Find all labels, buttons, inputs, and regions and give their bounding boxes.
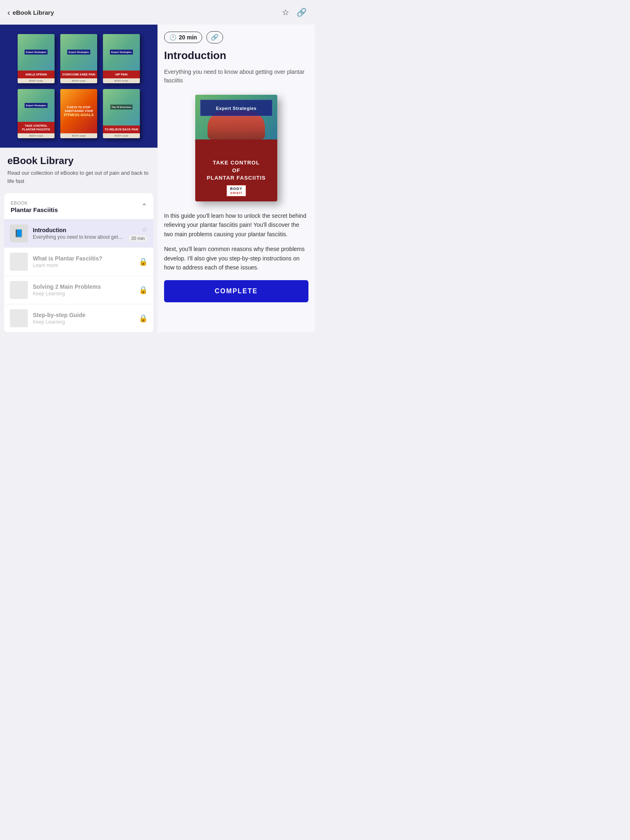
body-text-2: Next, you'll learn common reasons why th… (164, 244, 308, 272)
back-label: eBook Library (13, 9, 54, 16)
chapter-item-step-by-step[interactable]: Step-by-step Guide Keep Learning 🔒 (4, 304, 153, 332)
ebook-title: Plantar Fasciitis (11, 206, 58, 213)
chapter-desc-what-is: Learn more (33, 262, 134, 268)
section-subtitle: Read our collection of eBooks to get out… (7, 169, 150, 185)
book-large-container: Expert Strategies TAKE CONTROLofPLANTAR … (164, 91, 308, 205)
clock-icon: 🕐 (169, 34, 176, 41)
chapter-info-what-is: What is Plantar Fasciitis? Learn more (33, 255, 134, 268)
ebook-header-text: eBook Plantar Fasciitis (11, 199, 58, 213)
ebook-section: eBook Plantar Fasciitis ⌃ 📘 Introduction… (4, 193, 153, 332)
chapter-info-solving: Solving 2 Main Problems Keep Learning (33, 283, 134, 297)
chapter-item-introduction[interactable]: 📘 Introduction Everything you need to kn… (4, 219, 153, 247)
chapter-desc-step-by-step: Keep Learning (33, 319, 134, 325)
book-brand: BODY smart (195, 185, 277, 196)
mini-book-hip-label: HIP PAIN (103, 71, 140, 78)
book-icon: 📘 (14, 229, 23, 238)
lock-icon-what-is: 🔒 (139, 257, 148, 266)
brand-top: BODY (230, 187, 242, 191)
mini-book-knee-footer: BODY smart (60, 78, 97, 83)
chapter-desc-solving: Keep Learning (33, 291, 134, 297)
chapter-meta-solving: 🔒 (139, 285, 148, 294)
back-arrow-icon: ‹ (7, 8, 10, 17)
link-button[interactable]: 🔗 (206, 31, 223, 43)
mini-book-fitness-img: 5 KEYS TO STOP SABOTAGING YOUR FITNESS G… (60, 89, 97, 133)
mini-book-ankle-label: ANKLE SPRAIN (18, 71, 55, 78)
mini-book-knee-label: OVERCOME KNEE PAIN (60, 71, 97, 78)
time-label: 20 min (179, 34, 197, 41)
mini-book-back-img: Top 10 Exercises (103, 89, 140, 126)
mini-book-plantar-img: Expert Strategies (18, 89, 55, 122)
chapter-title-what-is: What is Plantar Fasciitis? (33, 255, 134, 262)
lock-icon-step-by-step: 🔒 (139, 314, 148, 323)
chapter-desc-introduction: Everything you need to know about gettin… (33, 234, 123, 240)
ebook-accordion-header[interactable]: eBook Plantar Fasciitis ⌃ (4, 193, 153, 219)
brand-box: BODY smart (226, 185, 246, 196)
book-cover-top-label: Expert Strategies (216, 106, 257, 111)
chapter-meta-what-is: 🔒 (139, 257, 148, 266)
section-title: eBook Library (7, 155, 150, 167)
content-subtitle: Everything you need to know about gettin… (164, 68, 308, 85)
brand-bottom: smart (230, 191, 242, 195)
mini-book-back-label: TO RELIEVE BACK PAIN (103, 126, 140, 133)
book-cover-top: Expert Strategies (195, 95, 277, 139)
complete-button[interactable]: COMPLETE (164, 280, 308, 302)
time-badge-introduction: 20 min (128, 235, 148, 242)
book-cover-large: Expert Strategies TAKE CONTROLofPLANTAR … (195, 95, 277, 201)
chapter-meta-introduction: ☆ 20 min (128, 226, 148, 242)
mini-book-back-footer: BODY smart (103, 133, 140, 138)
header: ‹ eBook Library ☆ 🔗 (0, 0, 315, 25)
ebook-label: eBook (11, 201, 28, 205)
mini-book-plantar-label: TAKE CONTROL PLANTAR FASCIITIS (18, 122, 55, 133)
mini-book-fitness[interactable]: 5 KEYS TO STOP SABOTAGING YOUR FITNESS G… (60, 89, 97, 138)
back-button[interactable]: ‹ eBook Library (7, 8, 54, 17)
bookmark-icon-introduction[interactable]: ☆ (142, 226, 148, 233)
chapter-title-step-by-step: Step-by-step Guide (33, 312, 134, 318)
link-icon: 🔗 (211, 34, 219, 41)
right-panel: 🕐 20 min 🔗 Introduction Everything you n… (158, 25, 315, 332)
mini-book-hip[interactable]: Expert Strategies HIP PAIN BODY smart (103, 34, 140, 83)
mini-book-fitness-footer: BODY smart (60, 133, 97, 138)
chapter-thumb-introduction: 📘 (10, 224, 28, 242)
left-panel: Expert Strategies ANKLE SPRAIN BODY smar… (0, 25, 158, 332)
time-row: 🕐 20 min 🔗 (164, 31, 308, 43)
book-cover-main-title: TAKE CONTROLofPLANTAR FASCIITIS (207, 159, 266, 182)
chapter-info-step-by-step: Step-by-step Guide Keep Learning (33, 312, 134, 325)
books-grid: Expert Strategies ANKLE SPRAIN BODY smar… (18, 34, 140, 138)
mini-book-back[interactable]: Top 10 Exercises TO RELIEVE BACK PAIN BO… (103, 89, 140, 138)
chapter-thumb-solving (10, 281, 28, 299)
mini-book-ankle[interactable]: Expert Strategies ANKLE SPRAIN BODY smar… (18, 34, 55, 83)
chapter-title-solving: Solving 2 Main Problems (33, 283, 134, 290)
mini-book-hip-footer: BODY smart (103, 78, 140, 83)
mini-book-hip-img: Expert Strategies (103, 34, 140, 71)
bookmark-button[interactable]: ☆ (281, 7, 290, 18)
mini-book-knee-img: Expert Strategies (60, 34, 97, 71)
chapter-item-solving[interactable]: Solving 2 Main Problems Keep Learning 🔒 (4, 276, 153, 304)
chapter-thumb-step-by-step (10, 309, 28, 327)
time-pill: 🕐 20 min (164, 32, 202, 43)
chapter-item-what-is[interactable]: What is Plantar Fasciitis? Learn more 🔒 (4, 247, 153, 276)
chapter-thumb-what-is (10, 253, 28, 271)
hero-banner: Expert Strategies ANKLE SPRAIN BODY smar… (0, 25, 158, 148)
book-cover-overlay: Expert Strategies (200, 100, 272, 116)
chapter-meta-step-by-step: 🔒 (139, 314, 148, 323)
header-actions: ☆ 🔗 (281, 7, 308, 18)
section-title-area: eBook Library Read our collection of eBo… (0, 148, 158, 187)
mini-book-plantar-footer: BODY smart (18, 133, 55, 138)
main-layout: Expert Strategies ANKLE SPRAIN BODY smar… (0, 25, 315, 332)
mini-book-ankle-img: Expert Strategies (18, 34, 55, 71)
mini-book-plantar[interactable]: Expert Strategies TAKE CONTROL PLANTAR F… (18, 89, 55, 138)
chapter-info-introduction: Introduction Everything you need to know… (33, 227, 123, 240)
share-link-button[interactable]: 🔗 (296, 7, 308, 18)
lock-icon-solving: 🔒 (139, 285, 148, 294)
chapter-list: 📘 Introduction Everything you need to kn… (4, 219, 153, 332)
content-title: Introduction (164, 49, 308, 62)
body-text-1: In this guide you'll learn how to unlock… (164, 211, 308, 239)
mini-book-ankle-footer: BODY smart (18, 78, 55, 83)
chevron-up-icon: ⌃ (142, 202, 147, 210)
mini-book-knee[interactable]: Expert Strategies OVERCOME KNEE PAIN BOD… (60, 34, 97, 83)
chapter-title-introduction: Introduction (33, 227, 123, 233)
